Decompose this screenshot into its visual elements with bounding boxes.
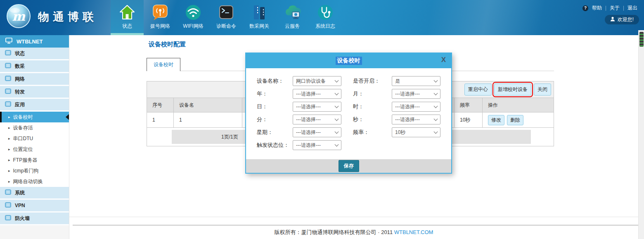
page-title: 设备校时配置	[149, 41, 186, 48]
sidebar-group-item[interactable]: 系统	[0, 187, 69, 200]
about-link[interactable]: 关于	[610, 5, 620, 12]
list-icon	[5, 189, 11, 196]
sidebar-group-item[interactable]: 网络	[0, 73, 69, 86]
field-label: 日：	[257, 102, 293, 112]
field-select[interactable]: ---请选择---	[392, 102, 440, 112]
close-button[interactable]: 关闭	[534, 84, 551, 96]
select-value: ---请选择---	[296, 116, 321, 123]
sidebar-groups-bottom: 系统 VPN	[0, 187, 69, 225]
nav-label: 数采网关	[249, 23, 269, 30]
scrollbar-track[interactable]	[638, 30, 644, 239]
sidebar-group-item[interactable]: 状态	[0, 48, 69, 60]
stethoscope-icon	[316, 3, 334, 22]
field-label: 月：	[353, 89, 392, 99]
nav-tab-data-gateway[interactable]: 数采网关	[243, 0, 276, 35]
brand-name: 物通博联	[38, 10, 97, 24]
sidebar-submenu-item[interactable]: ▸ 位置定位	[0, 144, 69, 155]
select-value: 是	[395, 78, 400, 85]
add-timing-device-button[interactable]: 新增校时设备	[494, 84, 531, 96]
delete-button[interactable]: 删除	[507, 115, 523, 125]
save-button[interactable]: 保存	[339, 160, 359, 172]
caret-right-icon: ▸	[8, 137, 10, 141]
select-value: ---请选择---	[296, 103, 321, 110]
field-select[interactable]: 网口协议设备	[293, 76, 341, 86]
question-icon[interactable]: ?	[582, 5, 588, 11]
modal-titlebar: 设备校时 X	[246, 53, 451, 68]
row-frequency-cell: 10秒	[455, 112, 483, 127]
field-select[interactable]: ---请选择---	[293, 140, 341, 150]
footer-divider-line	[73, 225, 638, 225]
close-icon[interactable]: X	[441, 56, 446, 63]
sidebar-submenu-item[interactable]: ▸ 设备存活	[0, 122, 69, 133]
row-name-cell: 1	[174, 112, 242, 127]
brand-logo: m 物通博联	[6, 3, 97, 31]
sidebar-submenu-item[interactable]: ▸ 网络自动切换	[0, 176, 69, 187]
sidebar-submenu-item[interactable]: ▸ 串口DTU	[0, 133, 69, 144]
select-value: 网口协议设备	[296, 78, 326, 85]
nav-tab-diagnostic-command[interactable]: 诊断命令	[210, 0, 243, 35]
sidebar-group-item[interactable]: 应用	[0, 99, 69, 112]
sidebar-submenu-item[interactable]: ▸ Icmp看门狗	[0, 165, 69, 176]
edit-button[interactable]: 修改	[488, 115, 504, 125]
field-select[interactable]: ---请选择---	[392, 115, 440, 124]
tab-device-timing[interactable]: 设备校时	[147, 58, 180, 71]
sidebar-submenu-label: 串口DTU	[13, 135, 33, 142]
home-icon	[118, 3, 136, 22]
sidebar-group-item[interactable]: 防火墙	[0, 213, 69, 225]
field-select[interactable]: 是	[392, 76, 440, 86]
sidebar-group-label: 转发	[15, 88, 25, 96]
modal-form: 设备名称： 网口协议设备 是否开启： 是 年： ---请选择---	[246, 68, 451, 150]
cloud-monitor-icon	[283, 3, 301, 22]
help-link[interactable]: 帮助	[592, 5, 602, 12]
field-select[interactable]: ---请选择---	[293, 115, 341, 124]
column-header-actions: 操作	[483, 98, 554, 112]
sidebar-submenu-item[interactable]: ▸ FTP服务器	[0, 155, 69, 165]
field-select[interactable]: ---请选择---	[293, 102, 341, 112]
sidebar-group-item[interactable]: VPN	[0, 200, 69, 213]
field-select[interactable]: ---请选择---	[293, 127, 341, 137]
caret-right-icon: ▸	[8, 169, 10, 173]
top-right-links: ? 帮助 关于 退出	[582, 5, 637, 12]
nav-label: 云服务	[285, 23, 300, 30]
sidebar: WTBLNET 状态	[0, 35, 69, 239]
sidebar-group-item[interactable]: 转发	[0, 86, 69, 99]
chevron-down-icon	[335, 143, 339, 147]
app-root: m 物通博联 状态	[0, 0, 644, 239]
restart-center-button[interactable]: 重启中心	[464, 84, 492, 96]
wtblnet-link[interactable]: WTBLNET.COM	[394, 229, 433, 235]
field-label: 频率：	[353, 127, 392, 137]
select-value: ---请选择---	[296, 142, 321, 149]
chevron-down-icon	[434, 117, 438, 121]
scrollbar-thumb[interactable]	[639, 32, 644, 47]
field-select[interactable]: 10秒	[392, 127, 440, 137]
nav-tab-cloud-service[interactable]: 云服务	[276, 0, 309, 35]
nav-tab-system-log[interactable]: 系统日志	[309, 0, 342, 35]
modal-title: 设备校时	[336, 57, 362, 65]
nav-tab-wifi-network[interactable]: WIFI网络	[177, 0, 210, 35]
nav-tab-status[interactable]: 状态	[111, 0, 144, 35]
sidebar-submenu-item[interactable]: ▸ 设备校时	[0, 112, 69, 122]
select-value: ---请选择---	[395, 91, 420, 98]
row-index-cell: 1	[147, 112, 174, 127]
field-label: 是否开启：	[353, 76, 392, 86]
field-select[interactable]: ---请选择---	[392, 89, 440, 99]
logout-link[interactable]: 退出	[627, 5, 637, 12]
list-icon	[5, 63, 11, 69]
content-divider-line	[69, 217, 638, 217]
list-icon	[5, 215, 11, 222]
nav-label: 诊断命令	[216, 23, 236, 30]
field-label: 分：	[257, 115, 293, 124]
select-value: ---请选择---	[296, 91, 321, 98]
column-header-frequency: 频率	[455, 98, 483, 112]
list-icon	[5, 88, 11, 95]
select-value: ---请选择---	[395, 103, 420, 110]
sidebar-header: WTBLNET	[0, 35, 69, 48]
chevron-down-icon	[335, 104, 339, 108]
device-timing-modal: 设备校时 X 设备名称： 网口协议设备 是否开启： 是	[245, 53, 452, 174]
sidebar-submenu-label: FTP服务器	[13, 157, 38, 164]
nav-tab-dialup-network[interactable]: 拨号网络	[144, 0, 177, 35]
welcome-badge: 欢迎您!	[605, 15, 639, 24]
terminal-icon	[217, 3, 235, 22]
sidebar-group-item[interactable]: 数采	[0, 60, 69, 73]
field-select[interactable]: ---请选择---	[293, 89, 341, 99]
